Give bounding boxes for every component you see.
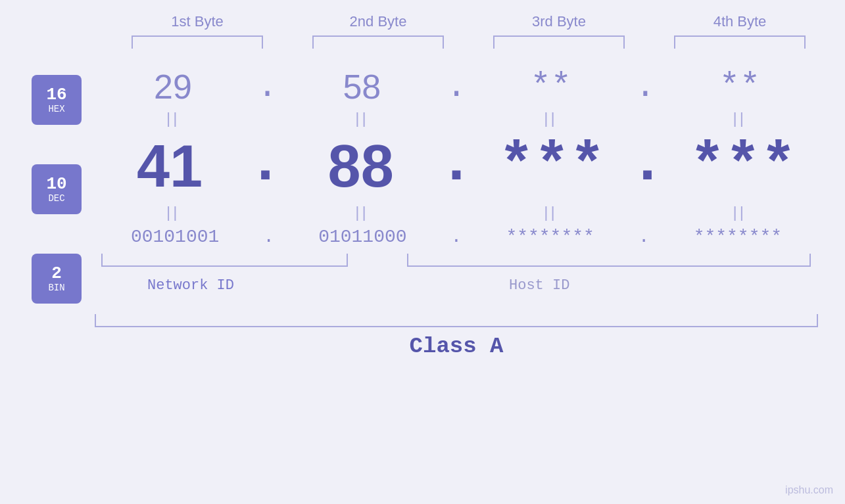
- bin-badge-label: BIN: [48, 283, 64, 293]
- bin-cell-3: ********: [478, 227, 623, 247]
- dec-cell-3: ***: [479, 133, 624, 200]
- equals-row-1: || || || ||: [95, 109, 818, 127]
- bin-cell-2: 01011000: [290, 227, 435, 247]
- hex-b4: **: [719, 68, 760, 106]
- eq2-cell2: ||: [289, 203, 434, 221]
- bracket-byte2: [312, 35, 444, 49]
- hex-b3: **: [530, 68, 571, 106]
- bin-dot-3: .: [639, 227, 650, 247]
- dec-cell-1: 41: [97, 133, 242, 200]
- bin-b1: 00101001: [131, 227, 219, 247]
- dec-b3: ***: [498, 133, 605, 200]
- hex-b2: 58: [343, 67, 381, 106]
- hex-cell-3: **: [479, 68, 623, 106]
- dec-dot-1: .: [247, 134, 283, 200]
- dec-cell-4: ***: [671, 133, 815, 200]
- hex-value-row: 29 . 58 . ** . **: [95, 67, 818, 106]
- eq2-sign3: ||: [544, 203, 557, 221]
- bin-dot-2: .: [451, 227, 462, 247]
- bracket-byte3: [493, 35, 625, 49]
- full-bottom-bracket: [95, 314, 818, 327]
- eq2-sign2: ||: [355, 203, 368, 221]
- dec-cell-2: 88: [289, 133, 433, 200]
- id-labels-row: Network ID Host ID: [95, 277, 818, 301]
- byte1-header: 1st Byte: [125, 13, 270, 30]
- bracket-byte4: [674, 35, 806, 49]
- bin-cell-1: 00101001: [103, 227, 247, 247]
- eq1-sign3: ||: [544, 109, 557, 127]
- dec-badge: 10 DEC: [32, 164, 82, 214]
- eq1-cell1: ||: [101, 109, 245, 127]
- bracket-network-id: [101, 254, 348, 267]
- bin-b4: ********: [694, 227, 782, 247]
- badges-column: 16 HEX 10 DEC 2 BIN: [32, 75, 82, 304]
- bottom-bracket-container: [95, 254, 818, 273]
- hex-cell-2: 58: [289, 67, 434, 106]
- hex-dot-3: .: [635, 68, 656, 106]
- dec-dot-2: .: [439, 134, 474, 200]
- dec-b4: ***: [690, 133, 796, 200]
- hex-cell-1: 29: [101, 67, 245, 106]
- dec-badge-number: 10: [46, 175, 66, 194]
- byte3-header: 3rd Byte: [487, 13, 631, 30]
- hex-badge: 16 HEX: [32, 75, 82, 125]
- eq1-sign2: ||: [355, 109, 368, 127]
- network-id-label: Network ID: [147, 277, 234, 294]
- hex-cell-4: **: [667, 68, 812, 106]
- eq1-cell3: ||: [479, 109, 623, 127]
- class-label: Class A: [95, 334, 818, 359]
- dec-b1: 41: [137, 133, 203, 200]
- main-content: 16 HEX 10 DEC 2 BIN 29 . 58: [0, 55, 845, 359]
- watermark: ipshu.com: [785, 484, 833, 496]
- eq1-sign1: ||: [166, 109, 180, 127]
- bin-badge: 2 BIN: [32, 254, 82, 304]
- byte4-header: 4th Byte: [667, 13, 812, 30]
- byte-headers-row: 1st Byte 2nd Byte 3rd Byte 4th Byte: [107, 13, 831, 30]
- values-area: 29 . 58 . ** . ** || ||: [95, 55, 845, 359]
- host-id-label: Host ID: [509, 277, 569, 294]
- byte2-header: 2nd Byte: [306, 13, 450, 30]
- dec-value-row: 41 . 88 . *** . ***: [95, 133, 818, 200]
- eq2-cell4: ||: [667, 203, 812, 221]
- eq2-sign1: ||: [166, 203, 180, 221]
- top-bracket-row: [107, 35, 831, 49]
- eq1-cell2: ||: [289, 109, 434, 127]
- eq2-cell1: ||: [101, 203, 245, 221]
- bin-b3: ********: [506, 227, 594, 247]
- bracket-byte1: [132, 35, 263, 49]
- dec-dot-3: .: [629, 134, 665, 200]
- dec-b2: 88: [328, 133, 394, 200]
- eq2-sign4: ||: [733, 203, 746, 221]
- bracket-host-id: [407, 254, 811, 267]
- bin-b2: 01011000: [318, 227, 406, 247]
- eq1-sign4: ||: [733, 109, 746, 127]
- eq1-cell4: ||: [667, 109, 812, 127]
- bin-dot-1: .: [263, 227, 274, 247]
- bin-cell-4: ********: [665, 227, 810, 247]
- hex-dot-1: .: [257, 68, 278, 106]
- bin-value-row: 00101001 . 01011000 . ******** . *******…: [95, 227, 818, 247]
- dec-badge-label: DEC: [48, 193, 64, 204]
- hex-badge-label: HEX: [48, 104, 64, 114]
- equals-row-2: || || || ||: [95, 203, 818, 221]
- main-container: 1st Byte 2nd Byte 3rd Byte 4th Byte 16 H…: [0, 0, 845, 504]
- hex-badge-number: 16: [46, 85, 66, 104]
- bin-badge-number: 2: [51, 264, 62, 283]
- hex-b1: 29: [154, 67, 192, 106]
- hex-dot-2: .: [446, 68, 466, 106]
- eq2-cell3: ||: [479, 203, 623, 221]
